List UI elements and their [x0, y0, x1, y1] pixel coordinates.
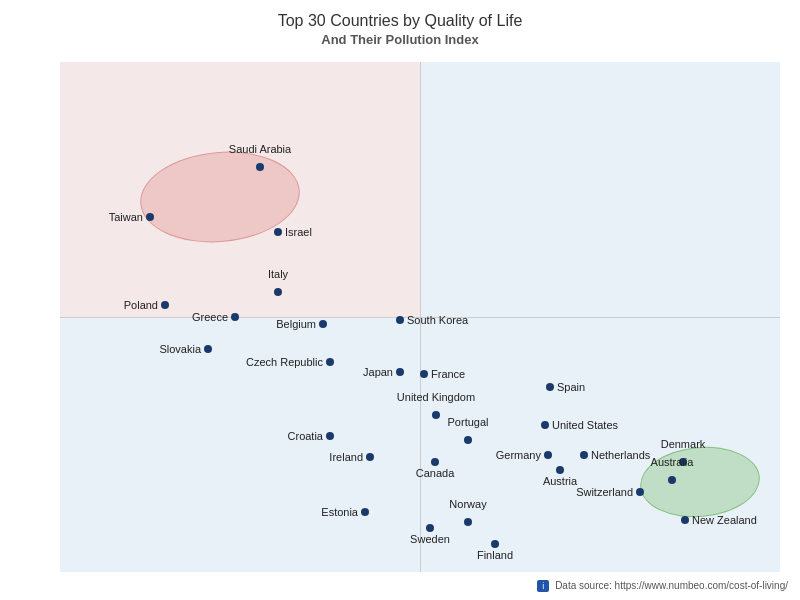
country-point — [464, 436, 472, 444]
country-label: South Korea — [407, 314, 468, 326]
country-label: Greece — [192, 311, 228, 323]
quadrant-bottom-right — [420, 317, 780, 572]
country-label: Spain — [557, 381, 585, 393]
country-label: Ireland — [329, 451, 363, 463]
country-point — [432, 411, 440, 419]
country-label: Croatia — [288, 430, 323, 442]
plot-area: Saudi ArabiaTaiwanIsraelItalyPolandGreec… — [60, 62, 780, 572]
country-point — [326, 432, 334, 440]
country-point — [231, 313, 239, 321]
country-label: Germany — [496, 449, 541, 461]
country-label: Italy — [268, 268, 288, 280]
country-label: Canada — [416, 467, 455, 479]
country-label: United States — [552, 419, 618, 431]
country-label: Japan — [363, 366, 393, 378]
country-point — [204, 345, 212, 353]
quadrant-bottom-left — [60, 317, 420, 572]
country-label: Netherlands — [591, 449, 650, 461]
country-label: Denmark — [661, 438, 706, 450]
country-point — [274, 228, 282, 236]
country-label: Israel — [285, 226, 312, 238]
country-point — [580, 451, 588, 459]
country-point — [464, 518, 472, 526]
country-point — [396, 316, 404, 324]
country-label: Norway — [449, 498, 486, 510]
country-point — [541, 421, 549, 429]
country-label: France — [431, 368, 465, 380]
country-label: Australia — [651, 456, 694, 468]
country-label: Sweden — [410, 533, 450, 545]
country-label: Taiwan — [109, 211, 143, 223]
country-label: Austria — [543, 475, 577, 487]
country-point — [146, 213, 154, 221]
country-point — [426, 524, 434, 532]
country-label: Belgium — [276, 318, 316, 330]
country-point — [556, 466, 564, 474]
country-point — [161, 301, 169, 309]
country-label: Switzerland — [576, 486, 633, 498]
chart-title: Top 30 Countries by Quality of Life — [0, 0, 800, 30]
country-point — [361, 508, 369, 516]
country-label: Slovakia — [159, 343, 201, 355]
quadrant-top-right — [420, 62, 780, 317]
country-point — [274, 288, 282, 296]
country-point — [636, 488, 644, 496]
country-point — [396, 368, 404, 376]
country-point — [668, 476, 676, 484]
country-label: Portugal — [448, 416, 489, 428]
country-point — [431, 458, 439, 466]
country-point — [420, 370, 428, 378]
chart-subtitle: And Their Pollution Index — [0, 32, 800, 47]
country-label: Saudi Arabia — [229, 143, 291, 155]
country-label: New Zealand — [692, 514, 757, 526]
country-label: Estonia — [321, 506, 358, 518]
data-source: i Data source: https://www.numbeo.com/co… — [537, 580, 788, 592]
info-icon: i — [537, 580, 549, 592]
country-label: Czech Republic — [246, 356, 323, 368]
country-point — [681, 516, 689, 524]
country-point — [491, 540, 499, 548]
chart-container: Top 30 Countries by Quality of Life And … — [0, 0, 800, 600]
country-label: United Kingdom — [397, 391, 475, 403]
country-label: Finland — [477, 549, 513, 561]
country-point — [319, 320, 327, 328]
country-label: Poland — [124, 299, 158, 311]
country-point — [544, 451, 552, 459]
country-point — [366, 453, 374, 461]
country-point — [326, 358, 334, 366]
country-point — [546, 383, 554, 391]
country-point — [256, 163, 264, 171]
